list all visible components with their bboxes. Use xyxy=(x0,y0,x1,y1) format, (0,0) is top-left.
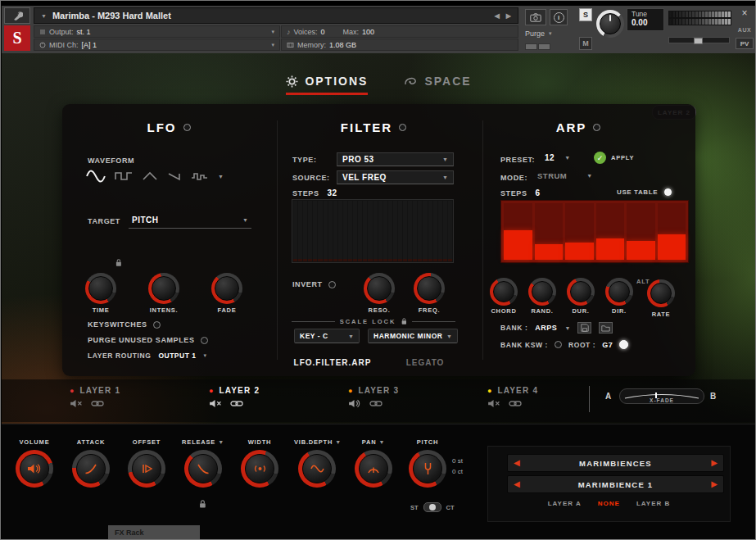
filter-step-cell[interactable] xyxy=(398,201,402,261)
ambience-none[interactable]: NONE xyxy=(598,500,620,507)
filter-step-cell[interactable] xyxy=(423,201,427,261)
filter-type-dropdown[interactable]: PRO 53 ▼ xyxy=(337,152,454,166)
filter-step-cell[interactable] xyxy=(438,201,442,261)
layer-3-link-icon[interactable] xyxy=(369,400,383,407)
tab-space[interactable]: SPACE xyxy=(404,75,471,95)
arp-preset-dropdown[interactable]: 12 ▼ xyxy=(545,153,570,162)
midi-row[interactable]: MIDI Ch: [A] 1 ▾ xyxy=(34,39,280,51)
layer-3-speaker-icon[interactable] xyxy=(348,399,361,408)
waveform-caret-icon[interactable]: ▼ xyxy=(218,174,224,179)
master-tune-knob[interactable] xyxy=(596,10,624,38)
midi-value[interactable]: [A] 1 xyxy=(82,41,97,49)
filter-step-cell[interactable] xyxy=(333,201,337,261)
filter-step-cell[interactable] xyxy=(293,201,297,261)
pan-knob[interactable] xyxy=(355,450,392,488)
filter-step-cell[interactable] xyxy=(378,201,383,261)
scale-dropdown[interactable]: HARMONIC MINOR ▼ xyxy=(368,329,458,343)
bank-value[interactable]: ARPS xyxy=(535,324,557,332)
purge-menu[interactable]: Purge ▾ xyxy=(525,28,568,39)
layer-2-link-icon[interactable] xyxy=(230,400,243,407)
ambience-preset-selector[interactable]: ◀ MARIMBIENCE 1 ▶ xyxy=(507,475,724,493)
info-button[interactable]: i xyxy=(550,9,568,25)
arp-step-bar[interactable] xyxy=(565,203,594,260)
tab-fx-rack[interactable]: FX Rack xyxy=(108,525,200,540)
filter-step-cell[interactable] xyxy=(418,201,422,261)
ambience-layer-a[interactable]: LAYER A xyxy=(548,500,582,507)
tune-readout[interactable]: Tune 0.00 xyxy=(627,8,664,31)
snapshot-camera-button[interactable] xyxy=(525,9,546,25)
arp-steps-value[interactable]: 6 xyxy=(536,188,541,197)
pv-button[interactable]: PV xyxy=(736,38,754,49)
root-indicator[interactable] xyxy=(619,340,628,349)
bank-load-button[interactable] xyxy=(599,322,613,334)
filter-step-cell[interactable] xyxy=(343,201,347,261)
output-row[interactable]: Output: st. 1 ▾ xyxy=(34,25,280,38)
layer-routing-caret-icon[interactable]: ▾ xyxy=(203,352,206,359)
lfo-power-toggle[interactable] xyxy=(183,124,191,131)
prev-instrument-icon[interactable]: ◀ xyxy=(495,12,500,20)
filter-step-cell[interactable] xyxy=(303,201,307,261)
instrument-title-bar[interactable]: ▼ Marimba - M293 Hard Mallet ◀ ▶ xyxy=(34,7,518,24)
volume-knob[interactable] xyxy=(16,450,53,488)
arp-step-bar[interactable] xyxy=(596,203,625,260)
ambience-prev-icon[interactable]: ◀ xyxy=(514,459,520,467)
aux-button[interactable]: AUX xyxy=(734,25,755,34)
filter-step-cell[interactable] xyxy=(308,201,312,261)
filter-step-cell[interactable] xyxy=(363,201,367,261)
arp-chord-knob[interactable] xyxy=(490,278,518,306)
filter-resonance-knob[interactable] xyxy=(364,273,395,304)
square-wave-icon[interactable] xyxy=(115,170,133,183)
layer-2-tab[interactable]: ● LAYER 2 xyxy=(209,386,260,408)
lfo-fade-knob[interactable] xyxy=(211,273,242,304)
filter-steps-value[interactable]: 32 xyxy=(328,188,337,197)
mute-button[interactable]: M xyxy=(579,37,592,50)
filter-step-cell[interactable] xyxy=(403,201,407,261)
key-dropdown[interactable]: KEY - C ▼ xyxy=(294,329,360,343)
title-caret-icon[interactable]: ▼ xyxy=(41,13,47,19)
filter-step-cell[interactable] xyxy=(298,201,302,261)
subtab-lfo-filter-arp[interactable]: LFO.FILTER.ARP xyxy=(283,358,382,367)
tab-performance[interactable]: Performance xyxy=(2,524,106,540)
lfo-time-knob[interactable] xyxy=(85,273,116,304)
layer-1-link-icon[interactable] xyxy=(91,400,104,407)
ambience-next-icon[interactable]: ▶ xyxy=(711,459,718,467)
output-value[interactable]: st. 1 xyxy=(77,28,91,36)
preset-next-button[interactable] xyxy=(538,43,550,50)
midi-caret-icon[interactable]: ▾ xyxy=(271,42,274,48)
invert-toggle[interactable] xyxy=(328,281,336,288)
vib-depth-knob[interactable] xyxy=(298,450,336,488)
width-knob[interactable] xyxy=(241,450,278,488)
use-table-toggle[interactable] xyxy=(664,188,672,196)
layer-1-mute-icon[interactable] xyxy=(70,399,83,408)
arp-power-toggle[interactable] xyxy=(593,124,600,131)
filter-step-cell[interactable] xyxy=(443,201,447,261)
output-caret-icon[interactable]: ▾ xyxy=(271,29,274,35)
layer-routing-value[interactable]: OUTPUT 1 xyxy=(158,352,196,360)
next-instrument-icon[interactable]: ▶ xyxy=(506,12,511,20)
arp-step-bar[interactable] xyxy=(535,203,564,260)
saw-wave-icon[interactable] xyxy=(167,170,182,183)
filter-step-cell[interactable] xyxy=(433,201,437,261)
arp-random-knob[interactable] xyxy=(528,278,556,306)
wrench-button[interactable] xyxy=(4,7,30,24)
release-knob[interactable] xyxy=(184,450,222,488)
xfade-slider[interactable]: X-FADE xyxy=(619,388,704,404)
bank-ksw-toggle[interactable] xyxy=(555,341,562,348)
filter-step-cell[interactable] xyxy=(348,201,352,261)
layer-4-link-icon[interactable] xyxy=(509,400,522,407)
filter-step-cell[interactable] xyxy=(338,201,342,261)
filter-step-cell[interactable] xyxy=(413,201,417,261)
filter-step-cell[interactable] xyxy=(408,201,412,261)
arp-rate-knob[interactable] xyxy=(647,279,675,307)
random-wave-icon[interactable] xyxy=(191,170,209,183)
preset-prev-button[interactable] xyxy=(525,43,537,50)
bottom-lock-icon[interactable] xyxy=(198,499,206,509)
root-value[interactable]: G7 xyxy=(602,341,613,349)
filter-step-cell[interactable] xyxy=(324,201,328,261)
filter-frequency-knob[interactable] xyxy=(414,273,445,304)
filter-step-cell[interactable] xyxy=(358,201,362,261)
keyswitches-toggle[interactable] xyxy=(153,321,161,329)
filter-power-toggle[interactable] xyxy=(399,124,406,131)
tune-value[interactable]: 0.00 xyxy=(632,18,659,27)
arp-mode-dropdown[interactable]: STRUM ▼ xyxy=(537,171,592,180)
